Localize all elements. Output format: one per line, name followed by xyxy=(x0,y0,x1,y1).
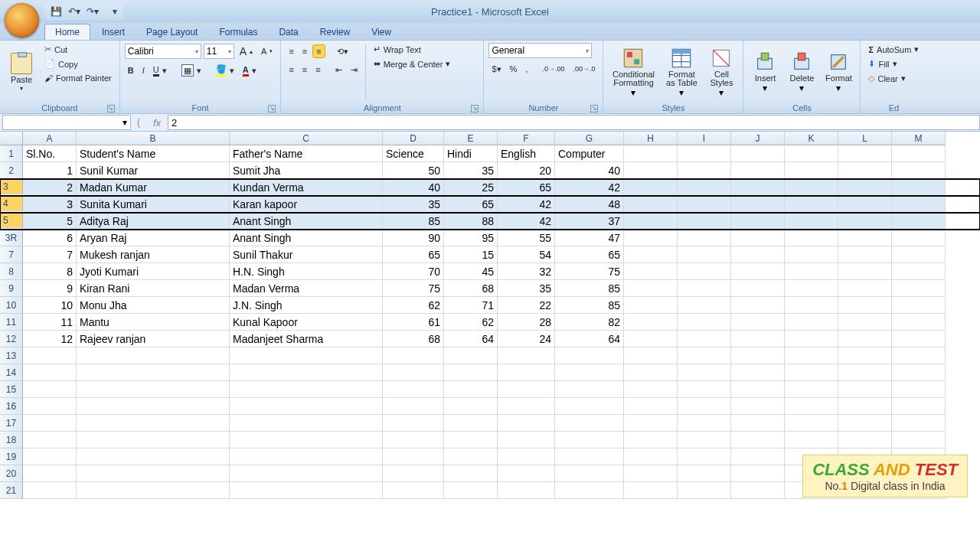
cell-F2[interactable]: 20 xyxy=(498,162,555,179)
cell-J10[interactable] xyxy=(731,297,785,314)
cell-G9[interactable]: 85 xyxy=(555,280,624,297)
row-header-6[interactable]: 3R xyxy=(0,230,23,246)
cell-C3[interactable]: Kundan Verma xyxy=(230,179,383,196)
cell-H7[interactable] xyxy=(624,246,678,263)
copy-button[interactable]: 📄Copy xyxy=(41,57,115,70)
cell-J9[interactable] xyxy=(731,280,785,297)
tab-review[interactable]: Review xyxy=(310,24,360,40)
cell-D11[interactable]: 61 xyxy=(383,314,444,331)
paste-button[interactable]: Paste▾ xyxy=(5,43,38,102)
cell-M12[interactable] xyxy=(892,331,946,347)
namebox-dropdown-icon[interactable]: ▾ xyxy=(122,117,127,128)
cell-B17[interactable] xyxy=(77,415,230,432)
cell-G1[interactable]: Computer xyxy=(555,145,624,162)
cell-I2[interactable] xyxy=(678,162,731,179)
cell-J12[interactable] xyxy=(731,331,785,347)
cell-B6[interactable]: Aryan Raj xyxy=(77,230,230,246)
row-header-16[interactable]: 16 xyxy=(0,398,23,415)
cell-C21[interactable] xyxy=(230,482,383,499)
cell-I16[interactable] xyxy=(678,398,731,415)
delete-cells-button[interactable]: Delete▾ xyxy=(785,43,818,102)
cell-H15[interactable] xyxy=(624,381,678,398)
cell-G21[interactable] xyxy=(555,482,624,499)
cell-L7[interactable] xyxy=(838,246,892,263)
cell-C6[interactable]: Anant Singh xyxy=(230,230,383,246)
cell-F10[interactable]: 22 xyxy=(498,297,555,314)
cell-G16[interactable] xyxy=(555,398,624,415)
cell-D17[interactable] xyxy=(383,415,444,432)
autosum-button[interactable]: Σ AutoSum▾ xyxy=(865,43,922,56)
cell-I18[interactable] xyxy=(678,432,731,448)
row-header-3[interactable]: 3 xyxy=(0,179,23,194)
cell-H14[interactable] xyxy=(624,364,678,381)
cell-B12[interactable]: Rajeev ranjan xyxy=(77,331,230,347)
increase-decimal-button[interactable]: .0→.00 xyxy=(539,64,567,74)
cell-B3[interactable]: Madan Kumar xyxy=(77,179,230,196)
cell-G19[interactable] xyxy=(555,448,624,465)
cell-M10[interactable] xyxy=(892,297,946,314)
cell-I20[interactable] xyxy=(678,465,731,482)
bold-button[interactable]: B xyxy=(125,64,137,77)
cell-C1[interactable]: Father's Name xyxy=(230,145,383,162)
cell-B14[interactable] xyxy=(77,364,230,381)
cell-J1[interactable] xyxy=(731,145,785,162)
cell-L8[interactable] xyxy=(838,263,892,280)
cell-E1[interactable]: Hindi xyxy=(444,145,498,162)
col-header-F[interactable]: F xyxy=(498,132,555,145)
cell-L15[interactable] xyxy=(838,381,892,398)
cell-G6[interactable]: 47 xyxy=(555,230,624,246)
border-button[interactable]: ▦▾ xyxy=(178,63,204,78)
cell-G3[interactable]: 42 xyxy=(555,179,624,196)
cell-C5[interactable]: Anant Singh xyxy=(230,213,383,230)
wrap-text-button[interactable]: ↵Wrap Text xyxy=(371,43,454,56)
col-header-K[interactable]: K xyxy=(785,132,838,145)
cell-F7[interactable]: 54 xyxy=(498,246,555,263)
cell-A8[interactable]: 8 xyxy=(23,263,77,280)
decrease-indent-button[interactable]: ⇤ xyxy=(332,64,345,77)
col-header-I[interactable]: I xyxy=(678,132,731,145)
format-cells-button[interactable]: Format▾ xyxy=(822,43,855,102)
cell-E7[interactable]: 15 xyxy=(444,246,498,263)
cell-H5[interactable] xyxy=(624,213,678,230)
cell-K9[interactable] xyxy=(785,280,838,297)
cell-A21[interactable] xyxy=(23,482,77,499)
conditional-formatting-button[interactable]: Conditional Formatting▾ xyxy=(608,43,658,102)
cell-B1[interactable]: Student's Name xyxy=(77,145,230,162)
cell-E2[interactable]: 35 xyxy=(444,162,498,179)
align-top-button[interactable]: ≡ xyxy=(286,45,296,57)
cell-M8[interactable] xyxy=(892,263,946,280)
cell-E18[interactable] xyxy=(444,432,498,448)
cell-E3[interactable]: 25 xyxy=(444,179,498,196)
cell-F3[interactable]: 65 xyxy=(498,179,555,196)
cell-I14[interactable] xyxy=(678,364,731,381)
italic-button[interactable]: I xyxy=(139,64,148,77)
cell-A13[interactable] xyxy=(23,347,77,364)
cell-C16[interactable] xyxy=(230,398,383,415)
cell-L11[interactable] xyxy=(838,314,892,331)
cell-I15[interactable] xyxy=(678,381,731,398)
cell-G11[interactable]: 82 xyxy=(555,314,624,331)
cell-B16[interactable] xyxy=(77,398,230,415)
cell-H17[interactable] xyxy=(624,415,678,432)
align-left-button[interactable]: ≡ xyxy=(286,64,296,76)
name-box[interactable]: ▾ xyxy=(2,115,131,130)
cell-B15[interactable] xyxy=(77,381,230,398)
row-header-19[interactable]: 19 xyxy=(0,448,23,465)
cell-B7[interactable]: Mukesh ranjan xyxy=(77,246,230,263)
cell-A2[interactable]: 1 xyxy=(23,162,77,179)
cell-J4[interactable] xyxy=(731,196,785,213)
cell-A14[interactable] xyxy=(23,364,77,381)
tab-home[interactable]: Home xyxy=(44,24,90,40)
cell-E10[interactable]: 71 xyxy=(444,297,498,314)
row-header-9[interactable]: 9 xyxy=(0,280,23,297)
cell-H20[interactable] xyxy=(624,465,678,482)
cell-L9[interactable] xyxy=(838,280,892,297)
cell-I6[interactable] xyxy=(678,230,731,246)
clear-button[interactable]: ◇ Clear▾ xyxy=(865,72,922,85)
cell-I17[interactable] xyxy=(678,415,731,432)
cell-M4[interactable] xyxy=(892,196,946,213)
tab-page-layout[interactable]: Page Layout xyxy=(136,24,207,40)
cell-C12[interactable]: Madanjeet Sharma xyxy=(230,331,383,347)
cell-F9[interactable]: 35 xyxy=(498,280,555,297)
cell-J15[interactable] xyxy=(731,381,785,398)
